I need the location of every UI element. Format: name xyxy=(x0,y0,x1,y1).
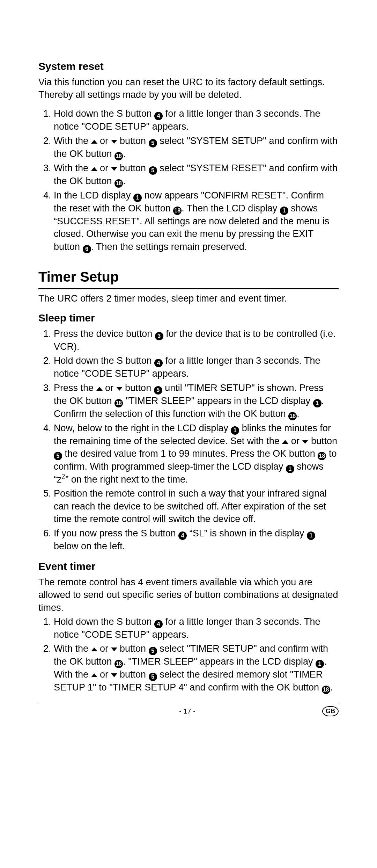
list-item: Hold down the S button 4 for a little lo… xyxy=(54,354,339,380)
circled-number-icon: 18 xyxy=(318,452,326,460)
intro-timer-setup: The URC offers 2 timer modes, sleep time… xyxy=(38,292,339,305)
text: or xyxy=(97,669,111,680)
triangle-down-icon xyxy=(116,387,123,391)
page-number: - 17 - xyxy=(52,707,322,716)
country-code-badge: GB xyxy=(322,706,339,716)
text: or xyxy=(97,643,111,654)
text: . xyxy=(297,408,300,419)
text: “SL” is shown in the dis­play xyxy=(187,528,307,538)
circled-number-icon: 5 xyxy=(149,673,157,681)
triangle-down-icon xyxy=(111,167,117,171)
circled-number-icon: 6 xyxy=(83,245,91,253)
circled-number-icon: 18 xyxy=(173,207,182,215)
circled-number-icon: 5 xyxy=(154,386,162,395)
list-sleep-timer: Press the device button 3 for the device… xyxy=(38,327,339,553)
circled-number-icon: 1 xyxy=(133,194,142,202)
circled-number-icon: 5 xyxy=(149,166,157,175)
intro-event-timer: The remote control has 4 event timers av… xyxy=(38,576,339,614)
triangle-up-icon xyxy=(91,673,97,677)
text: button xyxy=(117,643,149,654)
text: button xyxy=(117,136,149,146)
text: the desired value from 1 to 99 minutes. … xyxy=(62,448,318,459)
list-item: Position the remote control in such a wa… xyxy=(54,487,339,525)
text: button xyxy=(117,163,149,173)
circled-number-icon: 18 xyxy=(114,152,123,160)
circled-number-icon: 4 xyxy=(154,359,163,367)
heading-timer-setup: Timer Setup xyxy=(38,267,339,286)
text: Hold down the S button xyxy=(54,108,154,119)
text: Hold down the S button xyxy=(54,355,154,366)
triangle-down-icon xyxy=(111,673,117,677)
list-item: In the LCD display 1 now appears "CONFIR… xyxy=(54,189,339,253)
list-item: If you now press the S button 4 “SL” is … xyxy=(54,527,339,552)
list-item: With the or button 5 select "SYSTEM SETU… xyxy=(54,135,339,160)
text: Hold down the S button xyxy=(54,616,154,627)
circled-number-icon: 5 xyxy=(149,647,157,655)
intro-system-reset: Via this function you can reset the URC … xyxy=(38,76,339,101)
circled-number-icon: 18 xyxy=(288,412,297,420)
text: Press the device button xyxy=(54,328,155,339)
circled-number-icon: 4 xyxy=(154,112,163,120)
text: Press the xyxy=(54,383,96,393)
triangle-down-icon xyxy=(302,440,308,444)
text: Now, below to the right in the LCD displ… xyxy=(54,423,231,433)
text: . xyxy=(123,176,126,186)
heading-event-timer: Event timer xyxy=(38,559,339,574)
circled-number-icon: 5 xyxy=(149,139,157,147)
list-item: Hold down the S button 4 for a little lo… xyxy=(54,107,339,133)
zz-symbol: zZ xyxy=(57,474,65,485)
list-item: With the or button 5 select "TIMER SETUP… xyxy=(54,642,339,694)
circled-number-icon: 18 xyxy=(322,686,330,694)
text: With the xyxy=(54,163,91,173)
triangle-up-icon xyxy=(282,440,288,444)
list-item: Press the device button 3 for the device… xyxy=(54,327,339,353)
text: . xyxy=(330,682,333,693)
circled-number-icon: 1 xyxy=(316,660,324,668)
text: select "SYSTEM RESET" and confirm with t… xyxy=(54,163,338,186)
text: button xyxy=(308,436,337,446)
text: below on the left. xyxy=(54,541,125,551)
text: select "SYSTEM SETUP" and confirm with t… xyxy=(54,136,338,159)
circled-number-icon: 1 xyxy=(286,465,294,473)
text: or xyxy=(103,383,116,393)
circled-number-icon: 4 xyxy=(154,620,163,628)
text: . Then the LCD display xyxy=(182,203,280,214)
triangle-up-icon xyxy=(96,387,103,391)
list-item: Now, below to the right in the LCD displ… xyxy=(54,422,339,486)
divider xyxy=(38,288,339,289)
list-system-reset: Hold down the S button 4 for a little lo… xyxy=(38,107,339,253)
circled-number-icon: 5 xyxy=(54,452,62,460)
triangle-down-icon xyxy=(111,140,117,144)
text: or xyxy=(97,163,111,173)
circled-number-icon: 18 xyxy=(114,660,123,668)
list-item: Press the or button 5 until "TIMER SETUP… xyxy=(54,382,339,420)
text: "TIMER SLEEP" appears in the LCD display xyxy=(123,396,313,406)
circled-number-icon: 3 xyxy=(155,332,163,340)
text: In the LCD display xyxy=(54,190,133,201)
circled-number-icon: 18 xyxy=(114,399,123,407)
list-item: With the or button 5 select "SYSTEM RESE… xyxy=(54,162,339,188)
triangle-up-icon xyxy=(91,648,97,651)
text: select the desired memory slot "TIMER SE… xyxy=(54,669,323,693)
list-event-timer: Hold down the S button 4 for a little lo… xyxy=(38,615,339,694)
text: If you now press the S button xyxy=(54,528,178,538)
text: With the xyxy=(54,643,91,654)
circled-number-icon: 1 xyxy=(307,531,315,540)
text: With the xyxy=(54,136,91,146)
heading-sleep-timer: Sleep timer xyxy=(38,311,339,325)
list-item: Hold down the S button 4 for a little lo… xyxy=(54,615,339,641)
heading-system-reset: System reset xyxy=(38,59,339,74)
text: button xyxy=(117,669,149,680)
page-footer: - 17 - GB xyxy=(38,704,339,716)
text: or xyxy=(97,136,111,146)
text: ” on the right next to the time. xyxy=(65,474,188,485)
triangle-down-icon xyxy=(111,648,117,651)
text: . xyxy=(123,149,126,159)
triangle-up-icon xyxy=(91,140,97,144)
circled-number-icon: 1 xyxy=(280,207,288,215)
circled-number-icon: 4 xyxy=(178,531,187,540)
circled-number-icon: 18 xyxy=(114,179,123,188)
text: . Then the set­tings remain preserved. xyxy=(91,241,247,252)
text: . "TIMER SLEEP" appears in the LCD displ… xyxy=(123,656,316,667)
circled-number-icon: 1 xyxy=(231,426,239,435)
